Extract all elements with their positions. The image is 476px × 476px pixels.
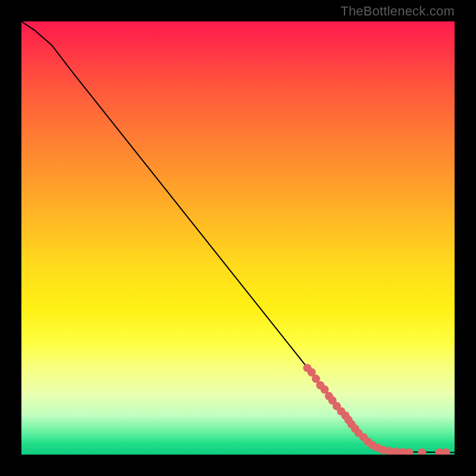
data-marker <box>418 448 426 455</box>
data-marker <box>405 448 414 455</box>
data-marker <box>441 448 450 455</box>
chart-overlay <box>21 21 455 455</box>
bottleneck-curve <box>21 21 455 452</box>
watermark-text: TheBottleneck.com <box>340 4 455 19</box>
markers-group <box>303 364 450 455</box>
